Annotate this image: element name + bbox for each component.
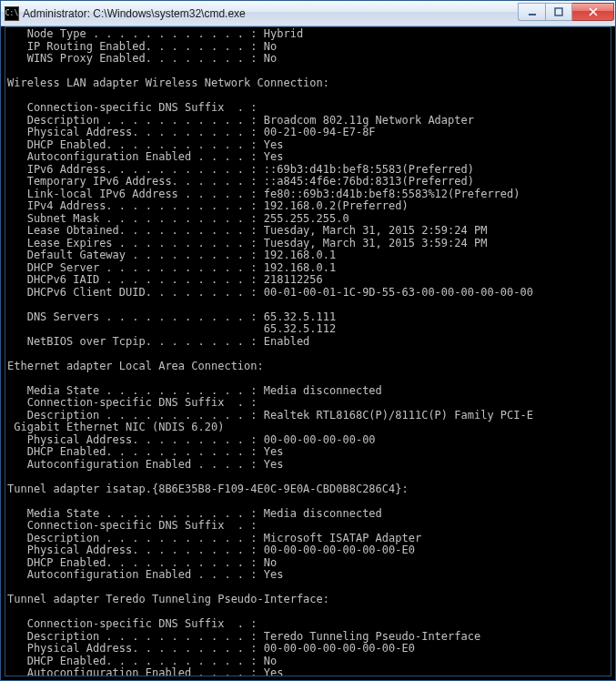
titlebar[interactable]: C:\ Administrator: C:\Windows\system32\c…: [1, 1, 615, 26]
client-area-frame: Node Type . . . . . . . . . . . . : Hybr…: [5, 26, 611, 676]
window-title: Administrator: C:\Windows\system32\cmd.e…: [23, 7, 514, 20]
svg-rect-1: [555, 8, 562, 15]
minimize-icon: [527, 7, 538, 16]
maximize-icon: [553, 7, 564, 16]
minimize-button[interactable]: [518, 3, 545, 21]
maximize-button[interactable]: [545, 3, 572, 21]
cmd-window: C:\ Administrator: C:\Windows\system32\c…: [0, 0, 616, 681]
close-icon: [588, 7, 599, 16]
window-controls: [518, 3, 614, 21]
cmd-icon: C:\: [5, 6, 19, 21]
close-button[interactable]: [572, 3, 614, 21]
console-output[interactable]: Node Type . . . . . . . . . . . . : Hybr…: [5, 27, 611, 676]
svg-rect-0: [529, 14, 536, 15]
